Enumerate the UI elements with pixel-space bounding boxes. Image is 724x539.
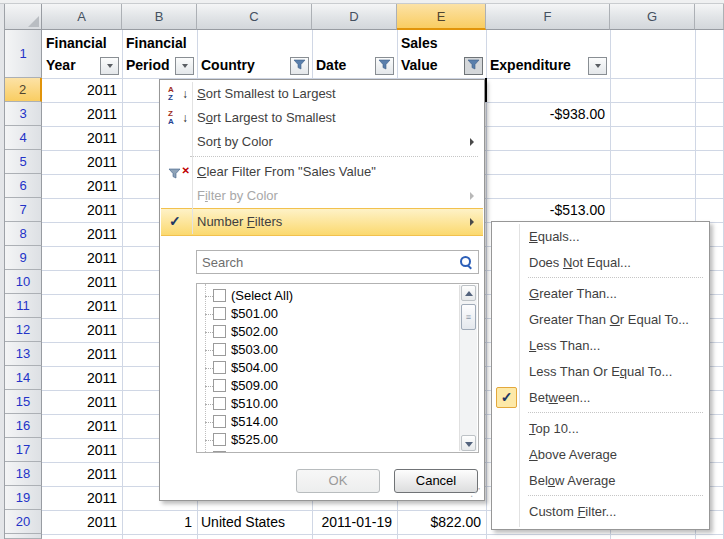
cell-a6[interactable]: 2011 bbox=[42, 174, 122, 198]
checkbox[interactable] bbox=[213, 415, 226, 428]
cell-e20[interactable]: $822.00 bbox=[397, 510, 486, 534]
column-header-c[interactable]: C bbox=[197, 4, 312, 30]
filter-value-row[interactable]: $503.00 bbox=[197, 341, 437, 359]
scroll-down-button[interactable] bbox=[461, 435, 476, 451]
cancel-button[interactable]: Cancel bbox=[394, 469, 478, 493]
scrollbar[interactable]: ≡ bbox=[459, 285, 477, 451]
cell-a19[interactable]: 2011 bbox=[42, 486, 122, 510]
cell-a11[interactable]: 2011 bbox=[42, 294, 122, 318]
cell-f3[interactable]: -$938.00 bbox=[486, 102, 610, 126]
column-header-b[interactable]: B bbox=[122, 4, 197, 30]
cell-a12[interactable]: 2011 bbox=[42, 318, 122, 342]
cell-a18[interactable]: 2011 bbox=[42, 462, 122, 486]
select-all-corner[interactable] bbox=[5, 4, 42, 30]
scroll-up-button[interactable] bbox=[461, 285, 476, 301]
row-header-12[interactable]: 12 bbox=[5, 318, 42, 342]
row-header-14[interactable]: 14 bbox=[5, 366, 42, 390]
filter-applied-button-c[interactable] bbox=[290, 57, 309, 75]
filter-value-row[interactable]: $509.00 bbox=[197, 377, 437, 395]
row-header-4[interactable]: 4 bbox=[5, 126, 42, 150]
checkbox[interactable] bbox=[213, 451, 226, 453]
checkbox[interactable] bbox=[213, 397, 226, 410]
row-header-17[interactable]: 17 bbox=[5, 438, 42, 462]
submenu-item-below-average[interactable]: Below Average bbox=[493, 468, 708, 494]
cell-d20[interactable]: 2011-01-19 bbox=[312, 510, 397, 534]
filter-value-row[interactable]: $514.00 bbox=[197, 413, 437, 431]
menu-item-number-filters[interactable]: ✓Number Filters bbox=[161, 208, 483, 236]
column-header-a[interactable]: A bbox=[42, 4, 122, 30]
cell-a17[interactable]: 2011 bbox=[42, 438, 122, 462]
submenu-item-above-average[interactable]: Above Average bbox=[493, 442, 708, 468]
submenu-item-greater-than-or-equal-to[interactable]: Greater Than Or Equal To... bbox=[493, 307, 708, 333]
cell-a7[interactable]: 2011 bbox=[42, 198, 122, 222]
submenu-item-less-than-or-equal-to[interactable]: Less Than Or Equal To... bbox=[493, 359, 708, 385]
filter-value-row[interactable]: $510.00 bbox=[197, 395, 437, 413]
column-header-f[interactable]: F bbox=[486, 4, 610, 30]
checkbox[interactable] bbox=[213, 289, 226, 302]
row-header-11[interactable]: 11 bbox=[5, 294, 42, 318]
cell-a8[interactable]: 2011 bbox=[42, 222, 122, 246]
cell-a13[interactable]: 2011 bbox=[42, 342, 122, 366]
filter-value-row[interactable]: $501.00 bbox=[197, 305, 437, 323]
row-header-5[interactable]: 5 bbox=[5, 150, 42, 174]
checkbox[interactable] bbox=[213, 379, 226, 392]
filter-dropdown-button-a[interactable] bbox=[100, 57, 119, 75]
filter-value-row[interactable]: (Select All) bbox=[197, 287, 437, 305]
checkbox[interactable] bbox=[213, 361, 226, 374]
column-header-g[interactable]: G bbox=[610, 4, 695, 30]
menu-item-sort-largest-to-smallest[interactable]: ZA↓Sort Largest to Smallest bbox=[161, 106, 483, 130]
submenu-item-less-than[interactable]: Less Than... bbox=[493, 333, 708, 359]
row-header-10[interactable]: 10 bbox=[5, 270, 42, 294]
checkbox[interactable] bbox=[213, 433, 226, 446]
submenu-item-does-not-equal[interactable]: Does Not Equal... bbox=[493, 250, 708, 276]
menu-item-sort-by-color[interactable]: Sort by Color bbox=[161, 130, 483, 154]
row-header-9[interactable]: 9 bbox=[5, 246, 42, 270]
cell-f7[interactable]: -$513.00 bbox=[486, 198, 610, 222]
filter-value-row[interactable]: $502.00 bbox=[197, 323, 437, 341]
row-header-1[interactable]: 1 bbox=[5, 30, 42, 78]
submenu-item-between[interactable]: ✓Between... bbox=[493, 385, 708, 411]
cell-a2[interactable]: 2011 bbox=[42, 78, 122, 102]
menu-item-clear-filter-from-sales-value[interactable]: ✕Clear Filter From "Sales Value" bbox=[161, 160, 483, 184]
row-header-8[interactable]: 8 bbox=[5, 222, 42, 246]
cell-a5[interactable]: 2011 bbox=[42, 150, 122, 174]
filter-value-row[interactable]: $525.00 bbox=[197, 431, 437, 449]
filter-dropdown-button-f[interactable] bbox=[588, 57, 607, 75]
checkbox[interactable] bbox=[213, 325, 226, 338]
row-header-15[interactable]: 15 bbox=[5, 390, 42, 414]
cell-a16[interactable]: 2011 bbox=[42, 414, 122, 438]
row-header-13[interactable]: 13 bbox=[5, 342, 42, 366]
cell-a10[interactable]: 2011 bbox=[42, 270, 122, 294]
column-header-partial[interactable] bbox=[695, 4, 724, 30]
scrollbar-thumb[interactable]: ≡ bbox=[461, 304, 476, 330]
cell-a14[interactable]: 2011 bbox=[42, 366, 122, 390]
menu-item-sort-smallest-to-largest[interactable]: AZ↓Sort Smallest to Largest bbox=[161, 82, 483, 106]
submenu-item-top-10[interactable]: Top 10... bbox=[493, 416, 708, 442]
row-header-20[interactable]: 20 bbox=[5, 510, 42, 534]
filter-value-row[interactable]: $504.00 bbox=[197, 359, 437, 377]
submenu-item-greater-than[interactable]: Greater Than... bbox=[493, 281, 708, 307]
filter-applied-button-e[interactable] bbox=[464, 57, 483, 75]
row-header-18[interactable]: 18 bbox=[5, 462, 42, 486]
row-header-partial[interactable] bbox=[5, 534, 42, 539]
cell-a9[interactable]: 2011 bbox=[42, 246, 122, 270]
cell-a3[interactable]: 2011 bbox=[42, 102, 122, 126]
submenu-item-custom-filter[interactable]: Custom Filter... bbox=[493, 499, 708, 525]
cell-a20[interactable]: 2011 bbox=[42, 510, 122, 534]
row-header-6[interactable]: 6 bbox=[5, 174, 42, 198]
filter-applied-button-d[interactable] bbox=[375, 57, 394, 75]
row-header-2[interactable]: 2 bbox=[5, 78, 42, 102]
filter-dropdown-button-b[interactable] bbox=[175, 57, 194, 75]
cell-b20[interactable]: 1 bbox=[122, 510, 197, 534]
column-header-e[interactable]: E bbox=[397, 4, 486, 30]
row-header-3[interactable]: 3 bbox=[5, 102, 42, 126]
row-header-19[interactable]: 19 bbox=[5, 486, 42, 510]
search-input[interactable] bbox=[197, 251, 478, 273]
row-header-7[interactable]: 7 bbox=[5, 198, 42, 222]
ok-button[interactable]: OK bbox=[296, 469, 380, 493]
checkbox[interactable] bbox=[213, 307, 226, 320]
checkbox[interactable] bbox=[213, 343, 226, 356]
search-icon[interactable] bbox=[460, 256, 472, 268]
column-header-d[interactable]: D bbox=[312, 4, 397, 30]
submenu-item-equals[interactable]: Equals... bbox=[493, 224, 708, 250]
